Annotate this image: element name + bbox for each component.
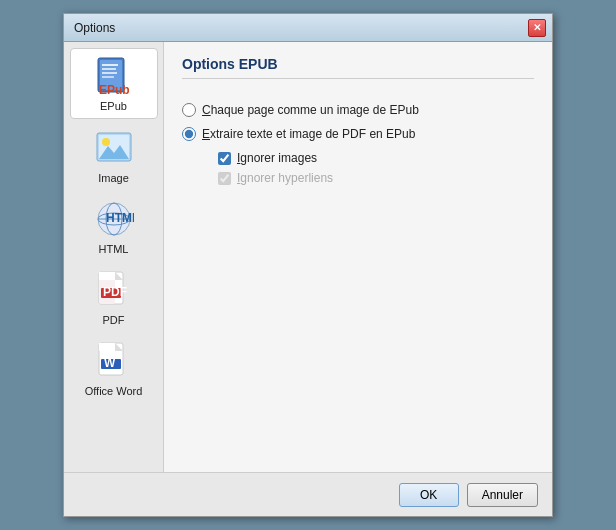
svg-text:HTML: HTML <box>106 211 134 225</box>
svg-rect-4 <box>102 72 117 74</box>
word-icon: W <box>93 340 135 382</box>
sidebar-html-label: HTML <box>99 243 129 255</box>
image-icon <box>93 127 135 169</box>
options-area: Chaque page comme un image de EPub Extra… <box>182 95 534 193</box>
options-dialog: Options ✕ EPub EPub <box>63 13 553 517</box>
sidebar-item-html[interactable]: HTML HTML <box>70 192 158 261</box>
epub-icon: EPub <box>93 55 135 97</box>
cancel-button[interactable]: Annuler <box>467 483 538 507</box>
checkbox-row-hyperlinks: Ignorer hyperliens <box>218 171 534 185</box>
checkbox-ignore-hyperlinks-label: Ignorer hyperliens <box>237 171 333 185</box>
pdf-icon: PDF <box>93 269 135 311</box>
radio-page-image[interactable] <box>182 103 196 117</box>
close-button[interactable]: ✕ <box>528 19 546 37</box>
sidebar-pdf-label: PDF <box>103 314 125 326</box>
radio-row-1: Chaque page comme un image de EPub <box>182 103 534 117</box>
radio-row-2: Extraire texte et image de PDF en EPub <box>182 127 534 141</box>
checkbox-ignore-images-label: Ignorer images <box>237 151 317 165</box>
window-title: Options <box>74 21 115 35</box>
html-icon: HTML <box>93 198 135 240</box>
svg-rect-24 <box>99 343 115 351</box>
sidebar-item-epub[interactable]: EPub EPub <box>70 48 158 119</box>
dialog-footer: OK Annuler <box>64 472 552 516</box>
sidebar: EPub EPub Image <box>64 42 164 472</box>
svg-point-10 <box>102 138 110 146</box>
svg-text:PDF: PDF <box>103 285 127 299</box>
sidebar-word-label: Office Word <box>85 385 143 397</box>
svg-rect-2 <box>102 64 118 66</box>
svg-text:EPub: EPub <box>99 83 130 96</box>
sidebar-item-word[interactable]: W Office Word <box>70 334 158 403</box>
title-bar: Options ✕ <box>64 14 552 42</box>
sidebar-epub-label: EPub <box>100 100 127 112</box>
svg-rect-5 <box>102 76 114 78</box>
checkbox-row-images: Ignorer images <box>218 151 534 165</box>
svg-rect-3 <box>102 68 116 70</box>
svg-rect-19 <box>99 272 115 280</box>
radio-page-image-label: Chaque page comme un image de EPub <box>202 103 419 117</box>
radio-extract-text-label: Extraire texte et image de PDF en EPub <box>202 127 415 141</box>
main-content: Options EPUB Chaque page comme un image … <box>164 42 552 472</box>
checkbox-group: Ignorer images Ignorer hyperliens <box>218 151 534 185</box>
dialog-body: EPub EPub Image <box>64 42 552 472</box>
sidebar-image-label: Image <box>98 172 129 184</box>
sidebar-item-pdf[interactable]: PDF PDF <box>70 263 158 332</box>
radio-extract-text[interactable] <box>182 127 196 141</box>
checkbox-ignore-images[interactable] <box>218 152 231 165</box>
svg-text:W: W <box>104 356 116 370</box>
section-title: Options EPUB <box>182 56 534 79</box>
sidebar-item-image[interactable]: Image <box>70 121 158 190</box>
checkbox-ignore-hyperlinks[interactable] <box>218 172 231 185</box>
ok-button[interactable]: OK <box>399 483 459 507</box>
